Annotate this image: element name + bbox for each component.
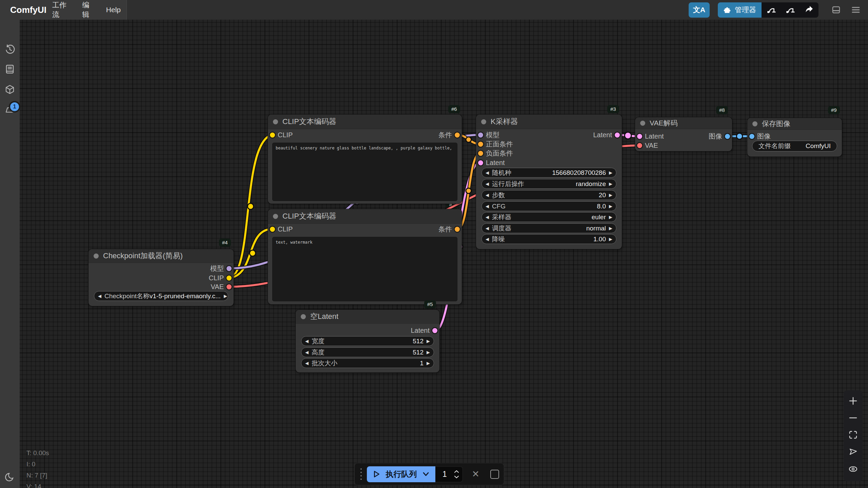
decrement-icon[interactable]: ◀ — [486, 215, 489, 219]
node-ksampler[interactable]: K采样器 模型 Latent 正面条件 负面条件 Latent ◀ 随机种 15… — [476, 115, 622, 249]
stop-button[interactable] — [490, 470, 499, 479]
decrement-icon[interactable]: ◀ — [486, 170, 489, 175]
menu-edit[interactable]: 编辑 — [76, 0, 100, 19]
zoom-out-button[interactable] — [848, 413, 858, 424]
collapse-dot[interactable] — [273, 214, 278, 219]
translate-button[interactable]: 文A — [689, 2, 710, 18]
widget-value[interactable]: randomize — [576, 180, 606, 188]
increment-icon[interactable]: ▶ — [609, 215, 612, 219]
widget-batch-size[interactable]: ◀ 批次大小 1 ▶ — [301, 358, 434, 368]
node-clip-text-encode-positive[interactable]: CLIP文本编码器 CLIP 条件 beautiful scenery natu… — [268, 115, 462, 204]
toggle-links-visibility-button[interactable] — [848, 464, 858, 475]
clear-queue-button[interactable]: ✕ — [472, 470, 479, 479]
vacuum-button[interactable] — [762, 2, 781, 18]
widget-sampler-name[interactable]: ◀ 采样器 euler ▶ — [481, 212, 616, 222]
node-clip-text-encode-negative[interactable]: CLIP文本编码器 CLIP 条件 text, watermark — [268, 209, 462, 304]
collapse-dot[interactable] — [481, 119, 486, 124]
bottom-panel-toggle[interactable] — [831, 5, 841, 15]
decrement-icon[interactable]: ◀ — [305, 339, 309, 343]
fit-view-button[interactable] — [848, 430, 858, 441]
queue-history-tab[interactable] — [0, 44, 20, 55]
collapse-dot[interactable] — [752, 121, 757, 126]
output-slot-conditioning[interactable] — [455, 227, 460, 232]
node-library-tab[interactable] — [0, 64, 20, 74]
output-slot-conditioning[interactable] — [455, 133, 460, 138]
input-slot-latent[interactable] — [478, 160, 483, 165]
increment-icon[interactable]: ▶ — [224, 294, 227, 298]
widget-control-after-generate[interactable]: ◀ 运行后操作 randomize ▶ — [481, 179, 616, 189]
widget-ckpt-name[interactable]: ◀ Checkpoint名称 v1-5-pruned-emaonly.c... … — [94, 291, 228, 301]
widget-value[interactable]: 156680208700286 — [552, 169, 606, 177]
widget-scheduler[interactable]: ◀ 调度器 normal ▶ — [481, 223, 616, 233]
widget-value[interactable]: 1 — [420, 360, 423, 367]
input-slot-positive[interactable] — [478, 142, 483, 147]
output-slot-vae[interactable] — [226, 284, 232, 289]
app-logo[interactable]: ComfyUI — [10, 5, 46, 15]
widget-denoise[interactable]: ◀ 降噪 1.00 ▶ — [481, 234, 616, 244]
node-header[interactable]: CLIP文本编码器 — [268, 115, 462, 129]
menu-toggle[interactable] — [851, 5, 861, 15]
share-button[interactable] — [800, 2, 818, 18]
node-header[interactable]: Checkpoint加载器(简易) — [88, 249, 234, 263]
chevron-down-icon[interactable] — [454, 475, 459, 479]
chevron-up-icon[interactable] — [454, 470, 459, 473]
input-slot-vae[interactable] — [637, 143, 642, 148]
widget-value[interactable]: v1-5-pruned-emaonly.c... — [150, 292, 221, 300]
vacuum-alt-button[interactable] — [781, 2, 800, 18]
widget-cfg[interactable]: ◀ CFG 8.0 ▶ — [481, 201, 616, 211]
increment-icon[interactable]: ▶ — [609, 193, 612, 197]
decrement-icon[interactable]: ◀ — [98, 294, 101, 298]
widget-value[interactable]: 512 — [413, 349, 423, 356]
input-slot-image[interactable] — [749, 134, 754, 139]
drag-handle[interactable] — [359, 468, 363, 480]
batch-count-stepper[interactable]: 1 — [435, 466, 463, 482]
zoom-in-button[interactable] — [848, 396, 858, 407]
decrement-icon[interactable]: ◀ — [305, 350, 309, 354]
widget-width[interactable]: ◀ 宽度 512 ▶ — [301, 336, 434, 346]
decrement-icon[interactable]: ◀ — [486, 193, 489, 197]
prompt-textarea[interactable]: text, watermark — [272, 237, 457, 301]
node-save-image[interactable]: 保存图像 图像 文件名前缀 ComfyUI — [747, 118, 842, 157]
menu-help[interactable]: Help — [100, 6, 126, 14]
node-checkpoint-loader[interactable]: Checkpoint加载器(简易) 模型 CLIP VAE ◀ Checkpoi… — [88, 249, 234, 306]
widget-value[interactable]: euler — [592, 214, 606, 221]
node-header[interactable]: 保存图像 — [747, 118, 842, 130]
widget-seed[interactable]: ◀ 随机种 156680208700286 ▶ — [481, 168, 616, 178]
batch-count-value[interactable]: 1 — [435, 470, 454, 479]
node-vae-decode[interactable]: VAE解码 Latent 图像 VAE — [635, 117, 732, 151]
output-slot-model[interactable] — [226, 266, 232, 271]
widget-value[interactable]: 8.0 — [597, 203, 606, 210]
decrement-icon[interactable]: ◀ — [486, 226, 489, 230]
increment-icon[interactable]: ▶ — [609, 204, 612, 208]
node-header[interactable]: K采样器 — [476, 115, 622, 129]
output-slot-latent[interactable] — [615, 133, 620, 138]
widget-value[interactable]: ComfyUI — [806, 142, 831, 150]
increment-icon[interactable]: ▶ — [427, 350, 430, 354]
node-empty-latent[interactable]: 空Latent Latent ◀ 宽度 512 ▶ ◀ 高度 512 ▶ ◀ 批… — [296, 310, 439, 372]
output-slot-image[interactable] — [725, 134, 730, 139]
decrement-icon[interactable]: ◀ — [486, 237, 489, 241]
widget-steps[interactable]: ◀ 步数 20 ▶ — [481, 190, 616, 200]
collapse-dot[interactable] — [640, 121, 645, 126]
output-slot-latent[interactable] — [432, 328, 437, 333]
select-mode-button[interactable] — [848, 447, 858, 458]
increment-icon[interactable]: ▶ — [609, 182, 612, 186]
increment-icon[interactable]: ▶ — [609, 226, 612, 230]
node-header[interactable]: 空Latent — [296, 310, 439, 324]
collapse-dot[interactable] — [94, 253, 99, 259]
model-library-tab[interactable] — [0, 84, 20, 95]
input-slot-clip[interactable] — [270, 227, 275, 232]
decrement-icon[interactable]: ◀ — [486, 204, 489, 208]
decrement-icon[interactable]: ◀ — [305, 361, 309, 365]
increment-icon[interactable]: ▶ — [427, 361, 430, 365]
decrement-icon[interactable]: ◀ — [486, 182, 489, 186]
run-queue-button[interactable]: 执行队列 — [367, 466, 435, 482]
input-slot-model[interactable] — [478, 133, 483, 138]
widget-height[interactable]: ◀ 高度 512 ▶ — [301, 347, 434, 357]
widget-value[interactable]: normal — [586, 225, 606, 232]
node-header[interactable]: VAE解码 — [635, 117, 732, 129]
input-slot-clip[interactable] — [270, 133, 275, 138]
node-header[interactable]: CLIP文本编码器 — [268, 209, 462, 224]
output-slot-clip[interactable] — [226, 276, 232, 281]
collapse-dot[interactable] — [273, 119, 278, 124]
